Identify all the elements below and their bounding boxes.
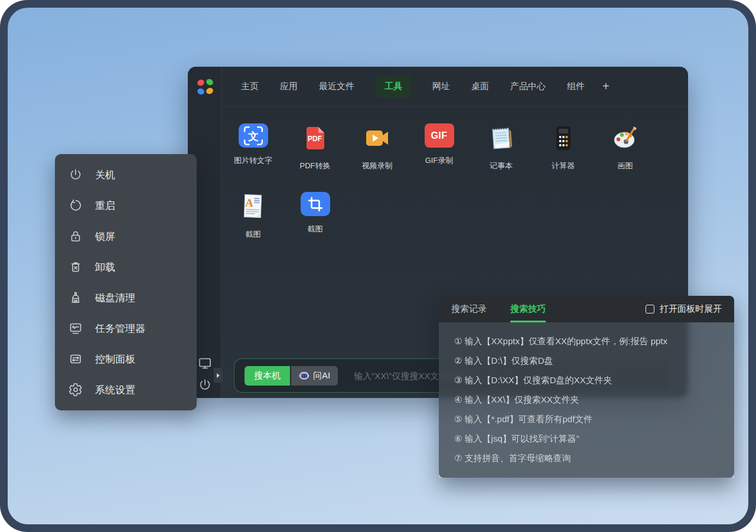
search-local-button[interactable]: 搜本机 [245,366,290,386]
tool-paint[interactable]: 画图 [594,119,656,166]
logo-petal-orange [205,87,214,95]
tool-video-record[interactable]: 视频录制 [346,119,408,166]
tip-item: ② 输入【D:\】仅搜索D盘 [454,351,719,370]
tab-bar: 主页 应用 最近文件 工具 网址 桌面 产品中心 组件 + [221,67,688,107]
gif-badge-text: GIF [431,130,447,141]
app-logo-icon[interactable] [197,79,213,94]
gif-record-icon: GIF [425,123,454,148]
paint-icon [611,123,640,153]
task-manager-icon [69,321,83,335]
tool-label: 截图 [308,224,323,234]
tool-gif-record[interactable]: GIF GIF录制 [408,119,470,166]
tips-panel-header: 搜索记录 搜索技巧 打开面板时展开 [439,296,734,322]
settings-gear-icon [69,383,83,397]
logo-petal-green [205,78,214,86]
tab-widgets[interactable]: 组件 [567,81,585,92]
tips-list: ① 输入【XXpptx】仅查看XX的pptx文件，例:报告 pptx ② 输入【… [439,322,734,478]
menu-item-task-manager[interactable]: 任务管理器 [55,313,197,344]
tip-item: ⑦ 支持拼音、首字母缩略查询 [454,448,719,468]
disk-clean-icon [69,291,83,305]
tool-label: 截图 [246,229,261,240]
tool-notepad[interactable]: 记事本 [470,119,532,166]
expand-on-open-option[interactable]: 打开面板时展开 [646,303,722,315]
tab-urls[interactable]: 网址 [432,81,450,92]
tool-grid: 文 图片转文字 PDF PDF转换 [222,119,656,234]
pdf-icon: PDF [301,123,330,153]
tool-screenshot-doc[interactable]: A 截图 [222,187,284,234]
menu-item-label: 重启 [95,199,115,213]
svg-text:文: 文 [247,130,259,142]
lock-icon [69,229,83,243]
tab-apps[interactable]: 应用 [280,81,298,92]
tab-recent-files[interactable]: 最近文件 [319,81,354,92]
tab-home[interactable]: 主页 [241,81,259,92]
tip-item: ① 输入【XXpptx】仅查看XX的pptx文件，例:报告 pptx [454,331,719,351]
tab-search-history[interactable]: 搜索记录 [451,296,487,322]
tool-ocr[interactable]: 文 图片转文字 [222,119,284,166]
menu-item-label: 任务管理器 [95,322,145,335]
tool-label: 画图 [618,161,633,171]
document-screenshot-icon: A [239,192,268,221]
screenshot-frame: 主页 应用 最近文件 工具 网址 桌面 产品中心 组件 + 文 [0,0,756,532]
svg-text:A: A [245,197,253,209]
tool-label: PDF转换 [300,161,331,171]
checkbox-label: 打开面板时展开 [660,303,722,315]
tab-search-tips[interactable]: 搜索技巧 [510,296,546,322]
chevron-right-icon [217,373,220,378]
search-tips-panel: 搜索记录 搜索技巧 打开面板时展开 ① 输入【XXpptx】仅查看XX的pptx… [439,296,734,478]
tool-calculator[interactable]: 计算器 [532,119,594,166]
menu-item-label: 锁屏 [95,230,115,243]
tip-item: ④ 输入【XX\】仅搜索XX文件夹 [454,390,719,409]
calculator-icon [549,123,578,153]
power-icon[interactable] [198,378,212,392]
tab-desktop[interactable]: 桌面 [471,81,489,92]
menu-item-restart[interactable]: 重启 [55,190,197,221]
menu-item-control-panel[interactable]: 控制面板 [55,344,197,374]
menu-item-label: 系统设置 [95,383,135,397]
ocr-icon: 文 [239,123,268,148]
ask-ai-button[interactable]: 问AI [291,366,338,386]
tab-product-center[interactable]: 产品中心 [510,81,546,92]
uninstall-icon [69,260,83,274]
menu-item-disk-cleanup[interactable]: 磁盘清理 [55,282,197,313]
menu-item-label: 关机 [95,168,115,182]
tool-label: 记事本 [490,161,513,171]
tool-label: 图片转文字 [234,155,272,166]
logo-petal-blue [197,87,206,96]
menu-item-lock-screen[interactable]: 锁屏 [55,221,197,252]
tip-item: ⑤ 输入【*.pdf】可查看所有pdf文件 [454,409,719,429]
menu-item-shutdown[interactable]: 关机 [55,159,197,190]
tab-tools[interactable]: 工具 [376,76,411,97]
crop-icon [301,192,330,216]
control-panel-icon [69,352,83,366]
tool-screenshot-crop[interactable]: 截图 [284,187,346,234]
robot-icon [299,370,309,381]
tool-label: GIF录制 [425,155,454,166]
menu-item-label: 卸载 [95,260,115,274]
tool-pdf-convert[interactable]: PDF PDF转换 [284,119,346,166]
menu-item-label: 控制面板 [95,353,135,366]
logo-petal-red [196,79,205,87]
flyout-expand-button[interactable] [214,368,223,383]
restart-icon [69,198,83,213]
ask-ai-label: 问AI [313,370,330,381]
tip-item: ⑥ 输入【jsq】可以找到“计算器” [454,429,719,448]
power-icon [69,168,83,182]
menu-item-system-settings[interactable]: 系统设置 [55,374,197,405]
video-record-icon [363,123,392,153]
menu-item-uninstall[interactable]: 卸载 [55,252,197,282]
tip-item: ③ 输入【D:\XX】仅搜索D盘的XX文件夹 [454,370,719,390]
add-tab-button[interactable]: + [602,80,610,93]
svg-text:PDF: PDF [308,135,322,143]
menu-item-label: 磁盘清理 [95,291,135,305]
tool-label: 计算器 [552,161,575,171]
tool-label: 视频录制 [362,161,393,171]
monitor-icon[interactable] [198,356,212,370]
power-menu: 关机 重启 锁屏 卸载 [55,154,197,410]
notepad-icon [487,123,516,153]
expand-on-open-checkbox[interactable] [646,305,654,314]
desktop: 主页 应用 最近文件 工具 网址 桌面 产品中心 组件 + 文 [8,8,748,524]
